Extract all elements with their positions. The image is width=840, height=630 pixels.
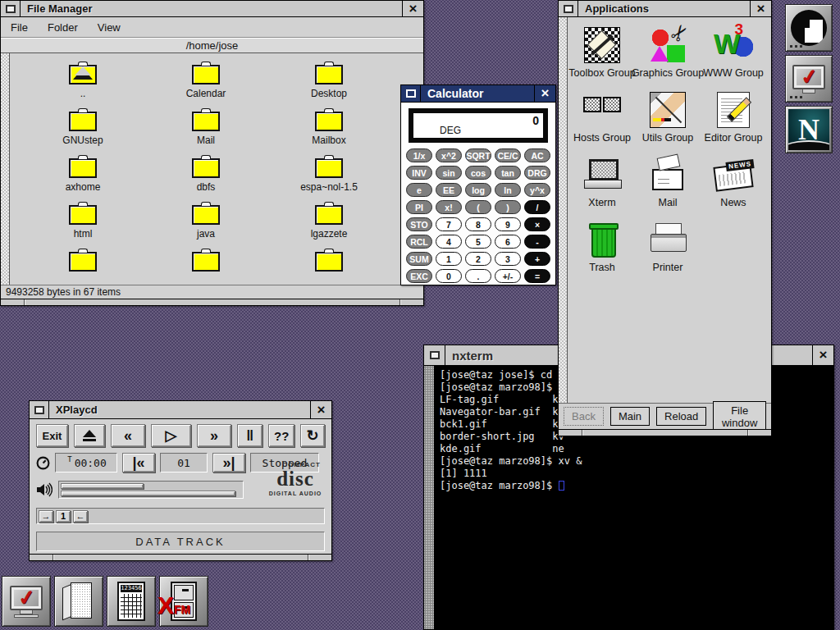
- volume-slider[interactable]: [58, 481, 244, 499]
- calc-button[interactable]: RCL: [406, 235, 432, 249]
- close-button[interactable]: ×: [310, 401, 331, 418]
- window-menu-button[interactable]: [424, 345, 445, 365]
- calc-button[interactable]: 7: [436, 217, 462, 231]
- window-menu-button[interactable]: [559, 1, 578, 16]
- application-item[interactable]: Utils Group: [635, 90, 701, 155]
- calc-button[interactable]: 9: [495, 217, 521, 231]
- dock-calculator-tile[interactable]: 123456: [107, 576, 156, 627]
- calc-button[interactable]: EE: [436, 183, 462, 197]
- folder-item[interactable]: dbfs: [144, 158, 267, 205]
- shuffle-button[interactable]: ??: [268, 424, 294, 447]
- application-item[interactable]: Printer: [635, 220, 701, 285]
- calc-button[interactable]: 2: [465, 252, 491, 266]
- calc-button[interactable]: x^2: [436, 148, 462, 162]
- menu-item[interactable]: View: [98, 21, 121, 34]
- resize-bar[interactable]: [30, 554, 331, 560]
- folder-item[interactable]: ..: [21, 65, 144, 112]
- folder-item[interactable]: espa~nol-1.5: [267, 158, 390, 205]
- calc-button[interactable]: PI: [406, 200, 432, 214]
- exit-button[interactable]: Exit: [36, 424, 68, 447]
- calc-button[interactable]: DRG: [524, 166, 550, 180]
- menu-item[interactable]: File: [11, 21, 28, 34]
- dock-afterstep-tile[interactable]: [785, 4, 833, 52]
- dock-netscape-tile[interactable]: N: [785, 106, 833, 153]
- repeat-button[interactable]: ↻: [300, 424, 325, 447]
- nav-button[interactable]: File window: [713, 401, 766, 432]
- calc-button[interactable]: CE/C: [495, 148, 521, 162]
- calc-button[interactable]: ln: [495, 183, 521, 197]
- calc-button[interactable]: +: [524, 252, 550, 266]
- folder-item[interactable]: html: [21, 205, 144, 252]
- calc-button[interactable]: .: [465, 269, 491, 283]
- folder-item[interactable]: [267, 252, 390, 285]
- application-item[interactable]: Mail: [635, 155, 701, 220]
- vertical-scrollbar[interactable]: [1, 53, 10, 285]
- calc-button[interactable]: SUM: [406, 252, 432, 266]
- calc-button[interactable]: AC: [524, 148, 550, 162]
- folder-item[interactable]: [21, 252, 144, 285]
- close-button[interactable]: ×: [812, 345, 833, 365]
- calc-button[interactable]: x!: [436, 200, 462, 214]
- close-button[interactable]: ×: [534, 85, 555, 102]
- dock-monitor-tile[interactable]: ✓: [785, 55, 833, 103]
- calculator-titlebar[interactable]: Calculator ×: [401, 85, 555, 103]
- track-nav-button[interactable]: →: [39, 510, 53, 523]
- calc-button[interactable]: 1: [436, 252, 462, 266]
- window-menu-button[interactable]: [30, 401, 49, 418]
- application-item[interactable]: WWW Group: [701, 25, 766, 90]
- calc-button[interactable]: ): [495, 200, 521, 214]
- application-item[interactable]: Trash: [569, 220, 635, 285]
- volume-slider-handle[interactable]: [61, 483, 144, 489]
- file-manager-titlebar[interactable]: File Manager ×: [1, 1, 423, 17]
- application-item[interactable]: Editor Group: [701, 90, 766, 155]
- forward-button[interactable]: »: [197, 424, 231, 447]
- eject-button[interactable]: [74, 424, 105, 447]
- xplaycd-titlebar[interactable]: XPlaycd ×: [30, 401, 331, 419]
- calc-button[interactable]: tan: [495, 166, 521, 180]
- application-item[interactable]: Toolbox Group: [569, 25, 635, 90]
- dock-box-tile[interactable]: [54, 576, 103, 627]
- folder-item[interactable]: [144, 252, 267, 285]
- calc-button[interactable]: (: [465, 200, 491, 214]
- rewind-button[interactable]: «: [111, 424, 144, 447]
- folder-item[interactable]: lgazzete: [267, 205, 390, 252]
- calc-button[interactable]: 3: [495, 252, 521, 266]
- vertical-scrollbar[interactable]: [559, 17, 568, 403]
- folder-item[interactable]: Desktop: [267, 65, 390, 112]
- window-menu-button[interactable]: [1, 1, 21, 16]
- application-item[interactable]: Hosts Group: [569, 90, 635, 155]
- resize-bar[interactable]: [559, 429, 771, 436]
- close-button[interactable]: ×: [402, 1, 423, 16]
- calc-button[interactable]: +/-: [495, 269, 521, 283]
- calc-button[interactable]: 8: [465, 217, 491, 231]
- dock-monitor-tile-bottom[interactable]: ✓: [2, 576, 51, 627]
- calc-button[interactable]: 1/x: [406, 148, 432, 162]
- track-nav-button[interactable]: 1: [56, 510, 71, 523]
- dock-xfm-tile[interactable]: XFM: [159, 576, 208, 627]
- calc-button[interactable]: ×: [524, 217, 550, 231]
- close-button[interactable]: ×: [750, 1, 771, 16]
- calc-button[interactable]: 5: [465, 235, 491, 249]
- application-item[interactable]: News: [701, 155, 766, 220]
- calc-button[interactable]: e: [406, 183, 432, 197]
- calc-button[interactable]: log: [465, 183, 491, 197]
- folder-item[interactable]: Mail: [144, 112, 267, 158]
- skip-start-button[interactable]: |«: [122, 453, 155, 472]
- calc-button[interactable]: INV: [406, 166, 432, 180]
- calc-button[interactable]: 6: [495, 235, 521, 249]
- pause-button[interactable]: ‖: [237, 424, 263, 447]
- calc-button[interactable]: /: [524, 200, 550, 214]
- calc-button[interactable]: sin: [436, 166, 462, 180]
- folder-item[interactable]: java: [144, 205, 267, 252]
- folder-item[interactable]: GNUstep: [21, 112, 144, 158]
- calc-button[interactable]: SQRT: [465, 148, 491, 162]
- resize-bar[interactable]: [1, 299, 423, 305]
- terminal-scrollbar[interactable]: [424, 366, 435, 629]
- calc-button[interactable]: STO: [406, 217, 432, 231]
- calc-button[interactable]: EXC: [406, 269, 432, 283]
- nav-button[interactable]: Back: [564, 407, 604, 426]
- calc-button[interactable]: cos: [465, 166, 491, 180]
- track-nav-button[interactable]: ←: [73, 510, 88, 523]
- calc-button[interactable]: y^x: [524, 183, 550, 197]
- applications-titlebar[interactable]: Applications ×: [559, 1, 771, 17]
